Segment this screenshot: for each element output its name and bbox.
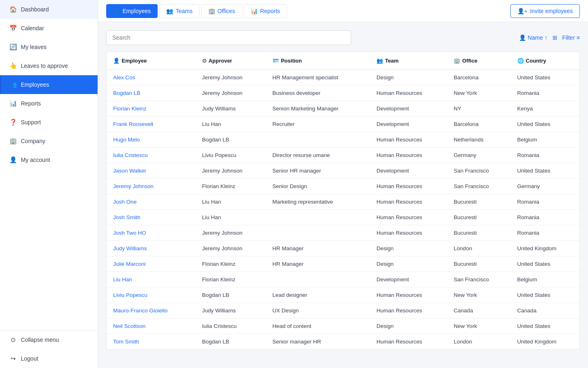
cell-employee: Julie Marconi <box>107 256 196 272</box>
employee-link[interactable]: Bogdan LB <box>113 90 140 96</box>
nav-tab-reports[interactable]: 📊 Reports <box>244 4 287 18</box>
content-area: 👤 Name ↑ ⊞ Filter ≡ 👤Employee⊙Approver🪪P… <box>98 22 588 368</box>
nav-tab-offices[interactable]: 🏢 Offices <box>201 4 242 18</box>
cell-position: UX Design <box>266 303 370 319</box>
cell-country: Kenya <box>511 101 579 117</box>
employee-link[interactable]: Florian Kleinz <box>113 105 147 112</box>
employee-link[interactable]: Liu Han <box>113 276 132 283</box>
cell-position: Marketing representative <box>266 194 370 210</box>
cell-position: Senior Design <box>266 179 370 194</box>
employee-link[interactable]: Josh Two HO <box>113 230 146 236</box>
filter-icon: ≡ <box>577 34 580 41</box>
cell-office: San Francisco <box>447 272 511 287</box>
table-row: Josh Two HO Jeremy Johnson Human Resourc… <box>107 225 579 241</box>
table-row: Judy Williams Jeremy Johnson HR Manager … <box>107 241 579 256</box>
employee-col-icon: 👤 <box>113 58 120 64</box>
approver-col-icon: ⊙ <box>202 58 207 64</box>
col-label-country: Country <box>526 58 546 64</box>
sidebar-item-calendar[interactable]: 📅 Calendar <box>0 19 98 38</box>
sidebar-label-dashboard: Dashboard <box>21 6 49 13</box>
filter-button[interactable]: Filter ≡ <box>562 34 580 41</box>
employee-link[interactable]: Liviu Popescu <box>113 292 147 298</box>
cell-position: HR Manager <box>266 241 370 256</box>
employee-link[interactable]: Josh One <box>113 199 137 205</box>
employee-link[interactable]: Jeremy Johnson <box>113 183 154 189</box>
cell-approver: Liviu Popescu <box>196 148 266 163</box>
table-row: Jeremy Johnson Florian Kleinz Senior Des… <box>107 179 579 194</box>
employee-link[interactable]: Alex Cos <box>113 74 135 81</box>
cell-office: Barcelona <box>447 117 511 132</box>
sort-label: Name <box>528 34 543 41</box>
cell-position: Senior HR manager <box>266 163 370 179</box>
cell-position <box>266 132 370 148</box>
sidebar-item-company[interactable]: 🏢 Company <box>0 132 98 150</box>
search-input[interactable] <box>106 30 351 45</box>
cell-approver: Bogdan LB <box>196 132 266 148</box>
col-label-position: Position <box>281 58 302 64</box>
office-col-icon: 🏢 <box>454 58 460 64</box>
employee-link[interactable]: Hugo Melo <box>113 137 140 143</box>
cell-employee: Josh Two HO <box>107 225 196 241</box>
employee-link[interactable]: Josh Smith <box>113 214 140 220</box>
employee-link[interactable]: Iulia Cristescu <box>113 152 148 158</box>
employee-link[interactable]: Frank Roosevelt <box>113 121 153 127</box>
sort-by-name[interactable]: 👤 Name ↑ <box>519 34 547 41</box>
cell-country: Romania <box>511 194 579 210</box>
employee-link[interactable]: Neil Scottson <box>113 323 146 329</box>
sidebar-item-collapse-menu[interactable]: ⊙ Collapse menu <box>0 330 98 349</box>
employees-icon: 👥 <box>9 81 17 88</box>
cell-country: United States <box>511 117 579 132</box>
sidebar-item-logout[interactable]: ↪ Logout <box>0 349 98 368</box>
employee-link[interactable]: Julie Marconi <box>113 261 146 267</box>
table-row: Iulia Cristescu Liviu Popescu Director r… <box>107 148 579 163</box>
cell-approver: Liu Han <box>196 210 266 225</box>
cell-office: Barcelona <box>447 70 511 85</box>
cell-approver: Iulia Cristescu <box>196 319 266 334</box>
table-row: Neil Scottson Iulia Cristescu Head of co… <box>107 319 579 334</box>
cell-approver: Jeremy Johnson <box>196 241 266 256</box>
table-row: Liviu Popescu Bogdan LB Lead designer Hu… <box>107 287 579 303</box>
employee-link[interactable]: Mauro-Franco Gioiello <box>113 307 168 314</box>
logout-icon: ↪ <box>9 355 17 362</box>
invite-icon: 👤+ <box>517 8 528 14</box>
team-col-icon: 👥 <box>376 58 383 64</box>
cell-office: NY <box>447 101 511 117</box>
cell-approver: Florian Kleinz <box>196 179 266 194</box>
employee-link[interactable]: Tom Smith <box>113 339 139 345</box>
nav-tab-teams[interactable]: 👥 Teams <box>159 4 199 18</box>
cell-country: United States <box>511 319 579 334</box>
view-grid-button[interactable]: ⊞ <box>552 34 557 41</box>
cell-employee: Neil Scottson <box>107 319 196 334</box>
person-sort-icon: 👤 <box>519 34 526 41</box>
cell-team: Development <box>370 163 447 179</box>
table-row: Julie Marconi Florian Kleinz HR Manager … <box>107 256 579 272</box>
table-row: Liu Han Florian Kleinz Development San F… <box>107 272 579 287</box>
employee-link[interactable]: Jason Walker <box>113 168 146 174</box>
cell-office: New York <box>447 287 511 303</box>
cell-team: Human Resources <box>370 179 447 194</box>
cell-country: Belgium <box>511 132 579 148</box>
sidebar-item-my-account[interactable]: 👤 My account <box>0 150 98 169</box>
invite-employees-button[interactable]: 👤+ Invite employees <box>510 4 580 18</box>
sidebar-item-employees[interactable]: 👥 Employees <box>0 75 98 94</box>
sidebar-item-reports[interactable]: 📊 Reports <box>0 94 98 113</box>
col-label-employee: Employee <box>122 58 147 64</box>
sidebar-label-calendar: Calendar <box>21 25 44 31</box>
sidebar-item-support[interactable]: ❓ Support <box>0 113 98 132</box>
table-row: Mauro-Franco Gioiello Judy Williams UX D… <box>107 303 579 319</box>
cell-approver: Florian Kleinz <box>196 256 266 272</box>
cell-team: Human Resources <box>370 194 447 210</box>
cell-approver: Jeremy Johnson <box>196 70 266 85</box>
employees-tab-icon: 👤 <box>113 8 120 14</box>
sidebar-logout-label: Logout <box>21 355 38 362</box>
nav-tab-employees[interactable]: 👤 Employees <box>106 4 158 18</box>
cell-team: Design <box>370 319 447 334</box>
cell-team: Human Resources <box>370 225 447 241</box>
sidebar-item-leaves-to-approve[interactable]: 👆 Leaves to approve <box>0 56 98 75</box>
col-header-position: 🪪Position <box>266 52 370 70</box>
employee-link[interactable]: Judy Williams <box>113 245 147 251</box>
sidebar-item-my-leaves[interactable]: 🔄 My leaves <box>0 38 98 56</box>
cell-country: United Kingdom <box>511 241 579 256</box>
sidebar-collapse-label: Collapse menu <box>21 337 59 343</box>
sidebar-item-dashboard[interactable]: 🏠 Dashboard <box>0 0 98 19</box>
